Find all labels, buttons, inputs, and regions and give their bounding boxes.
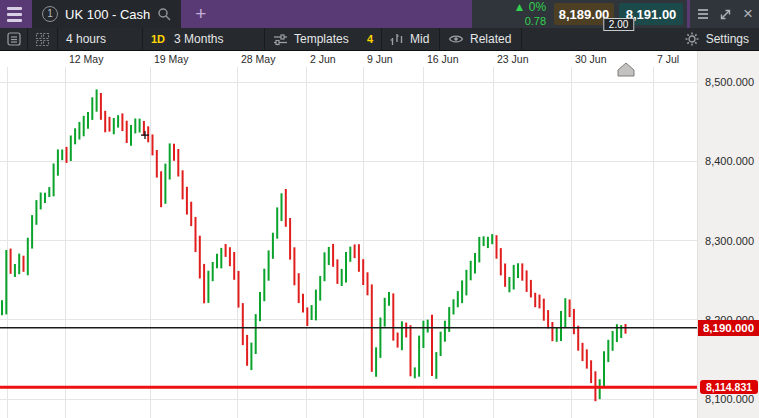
templates-count-badge: 4 <box>367 33 373 45</box>
price-axis[interactable]: 8,500.0008,400.0008,300.0008,200.0008,10… <box>697 51 759 418</box>
change-points: 0.78 <box>482 15 546 27</box>
quote-cluster: ▲ 0% 0.78 8,189.00 8,191.00 2.00 <box>472 0 759 28</box>
related-label: Related <box>470 32 511 46</box>
chart-toolbar: 4 hours 1D 3 Months Templates 4 <box>0 28 759 51</box>
change-summary: ▲ 0% 0.78 <box>482 1 546 26</box>
price-chart-svg[interactable]: 12 May19 May28 May2 Jun9 Jun16 Jun23 Jun… <box>0 51 697 418</box>
settings-button[interactable]: Settings <box>675 28 759 50</box>
svg-text:12 May: 12 May <box>69 53 104 65</box>
gear-icon <box>685 32 699 46</box>
window-controls: × <box>690 0 759 28</box>
related-button[interactable]: Related <box>440 28 522 50</box>
price-type-label: Mid <box>410 32 429 46</box>
current-price-badge: 8,190.000 <box>698 320 759 336</box>
interval-dropdown[interactable]: 4 hours <box>58 28 143 50</box>
price-type-button[interactable]: Mid <box>382 28 440 50</box>
range-label[interactable]: 3 Months <box>174 32 223 46</box>
top-bar: 1 UK 100 - Cash + ▲ 0% 0.78 <box>0 0 759 28</box>
spread-badge: 2.00 <box>603 18 634 31</box>
search-icon[interactable] <box>157 7 171 21</box>
layout-grid-button[interactable] <box>28 28 58 50</box>
close-icon[interactable]: × <box>743 0 753 28</box>
current-bar-marker[interactable] <box>618 63 634 76</box>
svg-text:28 May: 28 May <box>241 53 276 65</box>
list-box-icon <box>7 32 21 46</box>
grid-layout-icon <box>35 32 50 47</box>
svg-text:16 Jun: 16 Jun <box>427 53 459 65</box>
expand-icon[interactable] <box>719 8 732 21</box>
quick-interval-1d[interactable]: 1D <box>151 33 165 45</box>
instrument-tab[interactable]: 1 UK 100 - Cash <box>32 0 181 28</box>
quote-block: ▲ 0% 0.78 8,189.00 8,191.00 2.00 <box>472 0 687 28</box>
trading-chart-window: 1 UK 100 - Cash + ▲ 0% 0.78 <box>0 0 759 418</box>
change-up-triangle-icon: ▲ <box>513 0 525 14</box>
price-tick-label: 8,100.000 <box>705 392 754 406</box>
templates-button[interactable]: Templates 4 <box>265 28 382 50</box>
hamburger-icon <box>7 13 22 16</box>
svg-text:23 Jun: 23 Jun <box>497 53 529 65</box>
price-tick-label: 8,500.000 <box>705 75 754 89</box>
svg-text:9 Jun: 9 Jun <box>367 53 393 65</box>
instrument-index-badge: 1 <box>42 6 58 22</box>
settings-label: Settings <box>706 32 749 46</box>
alert-price-badge: 8,114.831 <box>700 380 758 394</box>
topbar-spacer <box>216 0 472 28</box>
svg-text:19 May: 19 May <box>154 53 189 65</box>
price-buttons: 8,189.00 8,191.00 2.00 <box>554 3 683 25</box>
hamburger-icon <box>7 7 22 10</box>
panel-lines-icon[interactable] <box>698 9 708 19</box>
instrument-title: UK 100 - Cash <box>65 7 150 22</box>
hamburger-icon <box>7 19 22 22</box>
add-tab-button[interactable]: + <box>185 0 216 28</box>
svg-text:7 Jul: 7 Jul <box>657 53 679 65</box>
menu-button[interactable] <box>0 0 28 28</box>
interval-label: 4 hours <box>66 32 106 46</box>
svg-text:2 Jun: 2 Jun <box>310 53 336 65</box>
templates-label: Templates <box>294 32 349 46</box>
time-axis-labels: 12 May19 May28 May2 Jun9 Jun16 Jun23 Jun… <box>69 53 679 65</box>
chart-region: 12 May19 May28 May2 Jun9 Jun16 Jun23 Jun… <box>0 51 759 418</box>
price-tick-label: 8,300.000 <box>705 234 754 248</box>
price-tick-label: 8,400.000 <box>705 154 754 168</box>
price-bars <box>2 89 626 401</box>
candlestick-icon <box>390 33 404 46</box>
svg-text:30 Jun: 30 Jun <box>575 53 607 65</box>
chart-list-button[interactable] <box>0 28 28 50</box>
sliders-icon <box>273 33 288 46</box>
range-selector: 1D 3 Months <box>143 28 265 50</box>
eye-icon <box>448 33 464 45</box>
change-percent: 0% <box>529 0 546 14</box>
